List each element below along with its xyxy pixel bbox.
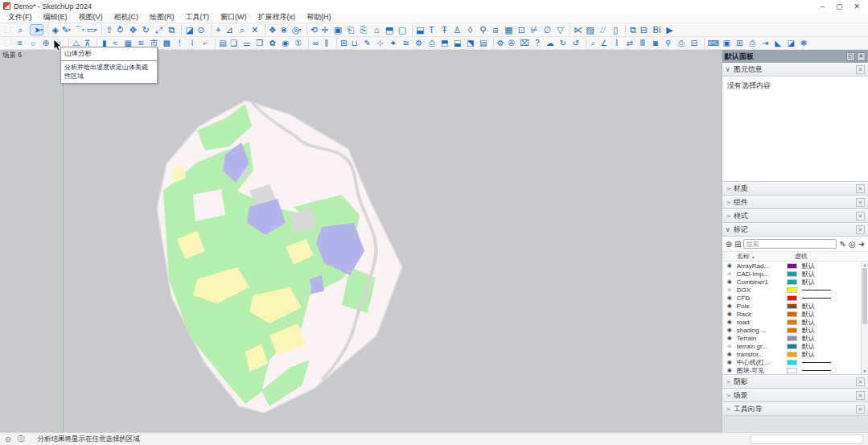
tag-row[interactable]: ◉ Rack 默认 bbox=[722, 310, 868, 318]
tag-color-swatch[interactable] bbox=[787, 263, 797, 269]
eye-icon[interactable]: ◉ bbox=[722, 327, 737, 333]
tag-color-swatch[interactable] bbox=[787, 344, 797, 349]
match-photo-button[interactable]: ⊬▾ bbox=[529, 24, 540, 35]
hide-rest-button[interactable]: ∅▾ bbox=[541, 24, 553, 35]
paint-bucket-tool[interactable]: ◪▾ bbox=[181, 24, 193, 35]
eye-icon[interactable]: ◉ bbox=[722, 286, 737, 293]
eye-icon[interactable]: ◉ bbox=[722, 351, 737, 357]
zoom-extents-button[interactable]: ▣▾ bbox=[332, 24, 343, 35]
component-options-button[interactable]: ◎▾ bbox=[291, 24, 302, 35]
menu-item[interactable]: 帮助(H) bbox=[302, 12, 336, 23]
shadow-settings-button[interactable]: ☼▾ bbox=[27, 38, 39, 48]
add-grid-tool[interactable]: ⊹▾ bbox=[375, 38, 386, 48]
settings-gear-button[interactable]: ⚙▾ bbox=[493, 38, 504, 48]
table-tool[interactable]: ⊞▾ bbox=[336, 38, 348, 48]
info-button[interactable]: ①▾ bbox=[293, 38, 304, 48]
dash-style-line[interactable] bbox=[802, 290, 831, 290]
top-view-button[interactable]: ▢▾ bbox=[397, 24, 408, 35]
eye-icon[interactable]: ◉ bbox=[722, 278, 737, 285]
cloud-sync-button[interactable]: ☁▾ bbox=[545, 38, 556, 48]
grid-tool[interactable]: ▦▾ bbox=[503, 24, 514, 35]
geolocation-status-icon[interactable]: ⊙ bbox=[5, 435, 11, 443]
tripod-tool[interactable]: ⚲▾ bbox=[663, 38, 674, 48]
collapsed-section[interactable]: ＞ 阴影 ✕ bbox=[722, 375, 868, 389]
edit-component-button[interactable]: ⋇▾ bbox=[278, 24, 290, 35]
tag-color-swatch[interactable] bbox=[787, 360, 797, 365]
tag-row[interactable]: ◉ 图块-可见 bbox=[722, 366, 868, 374]
eye-icon[interactable]: ◉ bbox=[722, 295, 737, 301]
look-around-tool[interactable]: ◊▾ bbox=[464, 24, 475, 35]
message-tool[interactable]: ❑▾ bbox=[228, 38, 240, 48]
select-tool[interactable]: ➤▾ bbox=[30, 24, 43, 35]
plug-tool[interactable]: ⇥▾ bbox=[759, 38, 771, 48]
scene-tab[interactable]: 场景 6 bbox=[2, 51, 22, 60]
screen-tool[interactable]: ⌧▾ bbox=[519, 38, 530, 48]
eye-icon[interactable]: ◉ bbox=[722, 335, 737, 341]
info-icon[interactable]: ⓘ bbox=[18, 434, 25, 444]
section-close-button[interactable]: ✕ bbox=[856, 225, 865, 234]
rectangle-tool[interactable]: ▭▾ bbox=[86, 24, 97, 35]
view-frame-button[interactable]: ⊡▾ bbox=[516, 24, 527, 35]
tag-color-swatch[interactable] bbox=[787, 328, 797, 333]
collapsed-section[interactable]: ＞ 组件 ✕ bbox=[722, 196, 868, 209]
dash-style-value[interactable]: 默认 bbox=[802, 262, 815, 270]
walk-tool[interactable]: ♙▾ bbox=[451, 24, 463, 35]
keyboard-tool[interactable]: ⌨▾ bbox=[704, 38, 719, 48]
purge-icon[interactable]: ◎ bbox=[849, 240, 856, 249]
tag-color-swatch[interactable] bbox=[787, 368, 797, 373]
tag-row[interactable]: ◉ road 默认 bbox=[722, 318, 868, 326]
arc-tool[interactable]: ⌒▾ bbox=[73, 24, 84, 35]
panel-close-button[interactable]: ✕ bbox=[857, 52, 866, 61]
line-tool[interactable]: ✎▾ bbox=[60, 24, 72, 35]
eye-icon[interactable]: ◉ bbox=[722, 262, 737, 269]
hatch-tool[interactable]: ▩▾ bbox=[161, 38, 172, 48]
redo-button[interactable]: ↻▾ bbox=[557, 38, 569, 48]
alert-tool[interactable]: !▾ bbox=[174, 38, 185, 48]
collapsed-section[interactable]: ＞ 场景 ✕ bbox=[722, 389, 868, 402]
minimize-button[interactable]: – bbox=[821, 2, 825, 10]
section-entity-info[interactable]: ∨ 图元信息 ✕ bbox=[722, 63, 868, 76]
tags-column-header[interactable]: 名称 ▲ 虚线 bbox=[722, 251, 868, 262]
dash-style-value[interactable]: 默认 bbox=[802, 303, 815, 310]
eye-icon[interactable]: ◉ bbox=[722, 303, 737, 309]
name-column-label[interactable]: 名称 bbox=[737, 252, 750, 261]
tag-color-swatch[interactable] bbox=[787, 295, 797, 301]
tag-row[interactable]: ◉ terrain gr... 默认 bbox=[722, 342, 868, 350]
bim-button[interactable]: Bi▾ bbox=[651, 24, 662, 35]
make-component-button[interactable]: ❖▾ bbox=[265, 24, 277, 35]
eye-icon[interactable]: ◉ bbox=[722, 367, 737, 373]
eye-icon[interactable]: ◉ bbox=[722, 343, 737, 349]
tag-row[interactable]: ◉ Combiner1 默认 bbox=[722, 278, 868, 286]
measure-record-button[interactable]: ⊟▾ bbox=[638, 24, 649, 35]
share-button[interactable]: ⧉▾ bbox=[625, 24, 636, 35]
align-tool[interactable]: ⋉▾ bbox=[570, 24, 582, 35]
scan-tool[interactable]: ⌰▾ bbox=[597, 24, 608, 35]
clipboard-one-button[interactable]: ⬒▾ bbox=[439, 38, 450, 48]
sparkle-tool[interactable]: ✦▾ bbox=[388, 38, 399, 48]
dash-style-line[interactable] bbox=[802, 362, 831, 363]
undo-button[interactable]: ↺▾ bbox=[570, 38, 582, 48]
menu-item[interactable]: 窗口(W) bbox=[216, 12, 252, 23]
window-tool[interactable]: ⊟▾ bbox=[689, 38, 700, 48]
home-view-button[interactable]: ⌂▾ bbox=[371, 24, 382, 35]
archive-tool[interactable]: ⊔▾ bbox=[349, 38, 360, 48]
tag-search-input[interactable] bbox=[743, 239, 837, 249]
zoom-lens-tool[interactable]: ⌕▾ bbox=[586, 38, 597, 48]
maximize-button[interactable]: ▢ bbox=[836, 2, 843, 10]
rotate-tool[interactable]: ↻▾ bbox=[140, 24, 151, 35]
section-cut-tool[interactable]: ✕▾ bbox=[249, 24, 261, 35]
section-close-button[interactable]: ✕ bbox=[856, 405, 865, 414]
scrollbar-thumb[interactable] bbox=[862, 268, 867, 324]
swap-tool[interactable]: ⇄▾ bbox=[624, 38, 636, 48]
dash-style-value[interactable]: 默认 bbox=[802, 343, 815, 350]
sample-material-tool[interactable]: ⊙▾ bbox=[195, 24, 207, 35]
pencil-icon[interactable]: ✎ bbox=[839, 240, 845, 249]
eye-icon[interactable]: ◉ bbox=[722, 270, 737, 277]
tag-color-swatch[interactable] bbox=[787, 287, 797, 293]
zoom-window-tool[interactable]: ⌕▾ bbox=[237, 24, 248, 35]
columns-tool[interactable]: Ⅲ▾ bbox=[637, 38, 648, 48]
layers-manager-button[interactable]: ≡▾ bbox=[14, 38, 26, 48]
clipboard-three-button[interactable]: ⬔▾ bbox=[465, 38, 476, 48]
collapsed-section[interactable]: ＞ 工具向导 ✕ bbox=[722, 402, 868, 416]
scroll-down-icon[interactable]: ▼ bbox=[863, 368, 867, 374]
